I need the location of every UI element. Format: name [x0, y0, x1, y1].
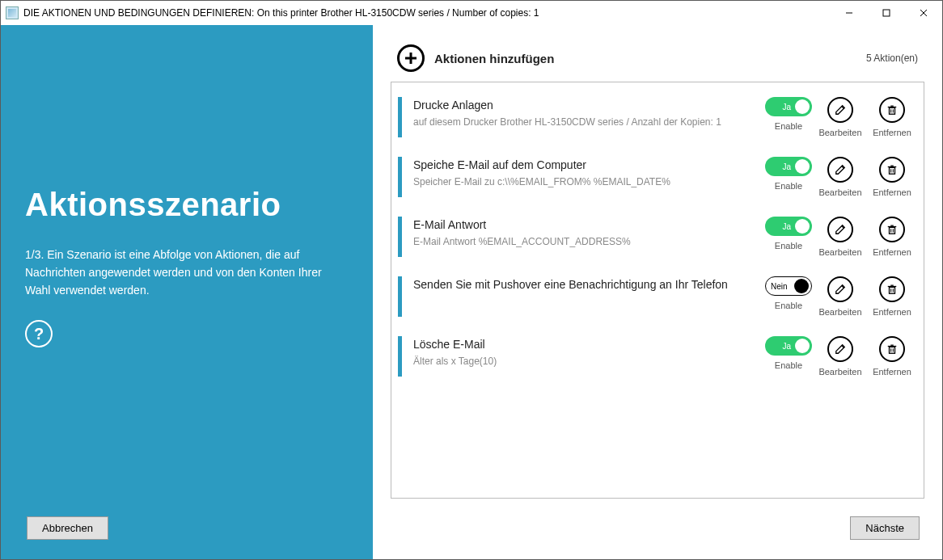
edit-button[interactable]	[827, 276, 853, 302]
svg-rect-19	[890, 227, 895, 234]
action-title: Speiche E-Mail auf dem Computer	[413, 158, 762, 171]
remove-label: Entfernen	[873, 187, 911, 197]
accent-bar	[398, 97, 402, 137]
remove-label: Entfernen	[873, 367, 911, 377]
trash-icon	[886, 284, 898, 295]
edit-button[interactable]	[827, 336, 853, 362]
trash-icon	[886, 224, 898, 235]
trash-icon	[886, 343, 898, 355]
right-panel: Aktionen hinzufügen 5 Aktion(en) Drucke …	[373, 25, 942, 559]
enable-toggle[interactable]: Nein	[765, 276, 812, 296]
action-subtitle: auf diesem Drucker Brother HL-3150CDW se…	[413, 116, 762, 128]
edit-label: Bearbeiten	[818, 247, 861, 257]
add-action-button[interactable]	[397, 44, 425, 72]
action-subtitle: Älter als x Tage(10)	[413, 356, 762, 367]
trash-icon	[886, 164, 898, 175]
enable-label: Enable	[775, 241, 802, 251]
accent-bar	[398, 217, 402, 257]
svg-rect-7	[890, 107, 895, 114]
action-subtitle: E-Mail Antwort %EMAIL_ACCOUNT_ADDRESS%	[413, 236, 762, 247]
toggle-knob	[795, 159, 810, 174]
minimize-button[interactable]	[831, 1, 868, 25]
toggle-label: Ja	[782, 162, 791, 171]
edit-label: Bearbeiten	[818, 187, 861, 197]
help-icon[interactable]: ?	[25, 320, 53, 347]
remove-label: Entfernen	[873, 247, 911, 257]
window-title: DIE AKTIONEN UND BEDINGUNGEN DEFINIEREN:…	[23, 7, 539, 19]
action-title: E-Mail Antwort	[413, 218, 762, 231]
enable-label: Enable	[775, 181, 802, 191]
enable-label: Enable	[775, 360, 802, 370]
action-count: 5 Aktion(en)	[866, 53, 918, 64]
toggle-knob	[795, 219, 810, 234]
accent-bar	[398, 276, 402, 317]
app-icon	[6, 6, 19, 19]
edit-button[interactable]	[827, 157, 853, 183]
page-description: 1/3. Ein Szenario ist eine Abfolge von A…	[25, 246, 349, 299]
remove-button[interactable]	[879, 336, 905, 362]
pencil-icon	[835, 343, 846, 355]
edit-label: Bearbeiten	[818, 367, 861, 377]
svg-rect-31	[890, 347, 895, 353]
edit-label: Bearbeiten	[818, 307, 861, 317]
toggle-knob	[795, 99, 810, 114]
page-title: Aktionsszenario	[25, 187, 349, 223]
remove-label: Entfernen	[873, 307, 911, 317]
action-row: E-Mail AntwortE-Mail Antwort %EMAIL_ACCO…	[398, 208, 917, 268]
enable-toggle[interactable]: Ja	[765, 217, 812, 236]
action-row: Speiche E-Mail auf dem ComputerSpeicher …	[398, 149, 917, 208]
edit-button[interactable]	[827, 217, 853, 242]
enable-toggle[interactable]: Ja	[765, 97, 812, 116]
remove-label: Entfernen	[873, 128, 911, 137]
pencil-icon	[835, 104, 846, 116]
remove-button[interactable]	[879, 97, 905, 123]
help-label: ?	[34, 325, 44, 343]
toggle-label: Ja	[782, 103, 791, 112]
toggle-label: Nein	[771, 282, 788, 291]
svg-rect-13	[890, 167, 895, 174]
toggle-knob	[794, 279, 809, 293]
close-button[interactable]	[905, 1, 942, 25]
edit-button[interactable]	[827, 97, 853, 123]
action-row: Lösche E-MailÄlter als x Tage(10)JaEnabl…	[398, 328, 917, 388]
remove-button[interactable]	[879, 217, 905, 242]
toggle-label: Ja	[782, 222, 791, 231]
action-row: Drucke Anlagenauf diesem Drucker Brother…	[398, 89, 917, 149]
trash-icon	[886, 104, 898, 116]
actions-list: Drucke Anlagenauf diesem Drucker Brother…	[391, 82, 924, 499]
enable-label: Enable	[775, 301, 802, 310]
edit-label: Bearbeiten	[818, 128, 861, 137]
remove-button[interactable]	[879, 157, 905, 183]
enable-label: Enable	[775, 121, 802, 131]
enable-toggle[interactable]: Ja	[765, 336, 812, 356]
action-title: Drucke Anlagen	[413, 99, 762, 112]
accent-bar	[398, 157, 402, 197]
left-panel: Aktionsszenario 1/3. Ein Szenario ist ei…	[1, 25, 373, 559]
pencil-icon	[835, 224, 846, 235]
toggle-knob	[795, 339, 810, 353]
remove-button[interactable]	[879, 276, 905, 302]
add-action-label: Aktionen hinzufügen	[434, 52, 554, 65]
next-button[interactable]: Nächste	[850, 516, 920, 540]
enable-toggle[interactable]: Ja	[765, 157, 812, 176]
svg-rect-1	[883, 10, 890, 16]
action-title: Lösche E-Mail	[413, 338, 762, 351]
action-title: Senden Sie mit Pushover eine Benachricht…	[413, 278, 762, 291]
plus-icon	[404, 51, 418, 65]
toggle-label: Ja	[782, 342, 791, 351]
action-row: Senden Sie mit Pushover eine Benachricht…	[398, 268, 917, 328]
svg-rect-25	[890, 287, 895, 293]
action-subtitle: Speicher E-Mail zu c:\\%EMAIL_FROM% %EMA…	[413, 176, 762, 187]
pencil-icon	[835, 164, 846, 175]
pencil-icon	[835, 284, 846, 295]
cancel-button[interactable]: Abbrechen	[27, 516, 108, 540]
titlebar: DIE AKTIONEN UND BEDINGUNGEN DEFINIEREN:…	[1, 1, 942, 25]
accent-bar	[398, 336, 402, 377]
maximize-button[interactable]	[868, 1, 905, 25]
